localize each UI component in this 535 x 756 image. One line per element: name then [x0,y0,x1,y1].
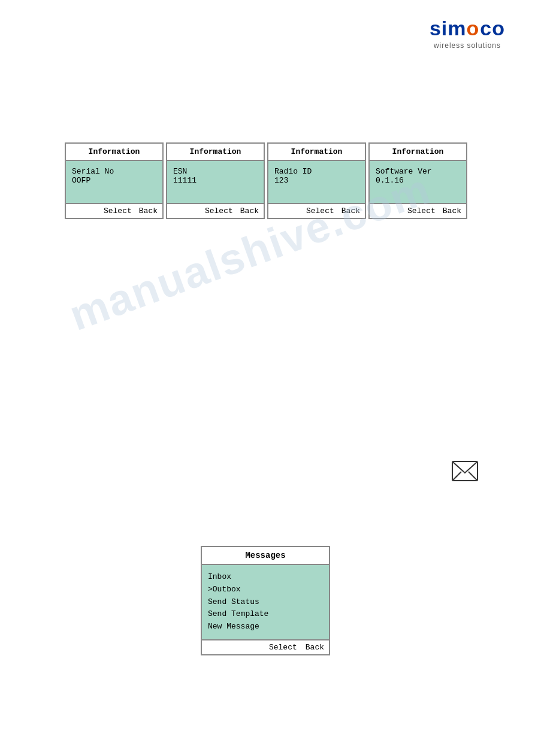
panel-softver: Information Software Ver 0.1.16 Select B… [368,142,467,219]
panel-serial-back-btn[interactable]: Back [139,207,158,215]
panel-esn-line2: 11111 [173,176,258,185]
panel-softver-footer: Select Back [370,203,466,218]
panel-serial-body: Serial No OOFP [66,161,162,203]
panel-softver-select-btn[interactable]: Select [407,207,436,215]
panel-serial-header: Information [66,144,162,161]
envelope-icon [452,461,478,481]
logo-subtitle: wireless solutions [434,41,501,50]
panel-esn-line1: ESN [173,167,258,176]
svg-line-1 [452,472,461,481]
panel-serial: Information Serial No OOFP Select Back [65,142,164,219]
panel-radioid-select-btn[interactable]: Select [306,207,334,215]
messages-item-sendtemplate[interactable]: Send Template [208,608,323,621]
panel-softver-line1: Software Ver [376,167,460,176]
messages-header: Messages [202,547,329,565]
messages-footer: Select Back [202,639,329,654]
panel-esn-header: Information [167,144,264,161]
panel-radioid-line1: Radio ID [274,167,359,176]
messages-item-inbox[interactable]: Inbox [208,571,323,584]
panel-softver-header: Information [370,144,466,161]
panel-esn-footer: Select Back [167,203,264,218]
panel-esn-body: ESN 11111 [167,161,264,203]
panel-radioid-line2: 123 [274,176,359,185]
messages-item-outbox[interactable]: >Outbox [208,584,323,596]
panel-radioid-footer: Select Back [268,203,365,218]
panel-softver-line2: 0.1.16 [376,176,460,185]
messages-body: Inbox >Outbox Send Status Send Template … [202,565,329,639]
messages-select-btn[interactable]: Select [269,643,297,652]
messages-item-sendstatus[interactable]: Send Status [208,596,323,609]
panel-serial-line2: OOFP [72,176,156,185]
panel-serial-select-btn[interactable]: Select [104,207,132,215]
panel-radioid-body: Radio ID 123 [268,161,365,203]
panel-serial-footer: Select Back [66,203,162,218]
messages-back-btn[interactable]: Back [306,643,324,652]
messages-panel: Messages Inbox >Outbox Send Status Send … [201,546,330,655]
messages-item-newmessage[interactable]: New Message [208,621,323,633]
panel-esn-back-btn[interactable]: Back [240,207,259,215]
panel-radioid-header: Information [268,144,365,161]
panel-softver-back-btn[interactable]: Back [443,207,461,215]
panel-radioid: Information Radio ID 123 Select Back [267,142,366,219]
panel-esn-select-btn[interactable]: Select [205,207,233,215]
panel-esn: Information ESN 11111 Select Back [166,142,265,219]
logo-text: simoco [430,17,505,40]
panels-row: Information Serial No OOFP Select Back I… [65,142,470,219]
panel-radioid-back-btn[interactable]: Back [341,207,360,215]
logo-area: simoco wireless solutions [430,17,505,50]
panel-serial-line1: Serial No [72,167,156,176]
svg-line-2 [468,472,477,481]
panel-softver-body: Software Ver 0.1.16 [370,161,466,203]
